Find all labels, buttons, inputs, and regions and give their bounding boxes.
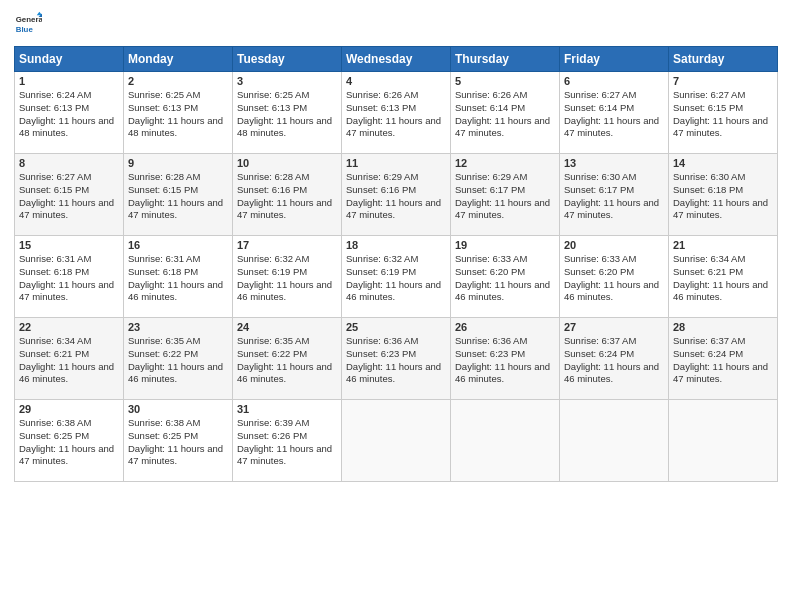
calendar-cell: 15 Sunrise: 6:31 AMSunset: 6:18 PMDaylig… bbox=[15, 236, 124, 318]
day-number: 17 bbox=[237, 239, 337, 251]
day-number: 5 bbox=[455, 75, 555, 87]
calendar-cell: 28 Sunrise: 6:37 AMSunset: 6:24 PMDaylig… bbox=[669, 318, 778, 400]
calendar-cell: 26 Sunrise: 6:36 AMSunset: 6:23 PMDaylig… bbox=[451, 318, 560, 400]
calendar-cell: 6 Sunrise: 6:27 AMSunset: 6:14 PMDayligh… bbox=[560, 72, 669, 154]
cell-info: Sunrise: 6:24 AMSunset: 6:13 PMDaylight:… bbox=[19, 89, 114, 138]
calendar-cell: 24 Sunrise: 6:35 AMSunset: 6:22 PMDaylig… bbox=[233, 318, 342, 400]
weekday-header-cell: Monday bbox=[124, 47, 233, 72]
calendar-cell: 17 Sunrise: 6:32 AMSunset: 6:19 PMDaylig… bbox=[233, 236, 342, 318]
calendar-cell: 20 Sunrise: 6:33 AMSunset: 6:20 PMDaylig… bbox=[560, 236, 669, 318]
cell-info: Sunrise: 6:26 AMSunset: 6:14 PMDaylight:… bbox=[455, 89, 550, 138]
cell-info: Sunrise: 6:36 AMSunset: 6:23 PMDaylight:… bbox=[455, 335, 550, 384]
weekday-header-cell: Sunday bbox=[15, 47, 124, 72]
cell-info: Sunrise: 6:36 AMSunset: 6:23 PMDaylight:… bbox=[346, 335, 441, 384]
cell-info: Sunrise: 6:33 AMSunset: 6:20 PMDaylight:… bbox=[564, 253, 659, 302]
day-number: 25 bbox=[346, 321, 446, 333]
calendar-cell: 19 Sunrise: 6:33 AMSunset: 6:20 PMDaylig… bbox=[451, 236, 560, 318]
calendar-cell: 7 Sunrise: 6:27 AMSunset: 6:15 PMDayligh… bbox=[669, 72, 778, 154]
cell-info: Sunrise: 6:30 AMSunset: 6:18 PMDaylight:… bbox=[673, 171, 768, 220]
calendar-cell: 29 Sunrise: 6:38 AMSunset: 6:25 PMDaylig… bbox=[15, 400, 124, 482]
calendar-body: 1 Sunrise: 6:24 AMSunset: 6:13 PMDayligh… bbox=[15, 72, 778, 482]
day-number: 15 bbox=[19, 239, 119, 251]
cell-info: Sunrise: 6:26 AMSunset: 6:13 PMDaylight:… bbox=[346, 89, 441, 138]
cell-info: Sunrise: 6:28 AMSunset: 6:16 PMDaylight:… bbox=[237, 171, 332, 220]
cell-info: Sunrise: 6:38 AMSunset: 6:25 PMDaylight:… bbox=[128, 417, 223, 466]
day-number: 14 bbox=[673, 157, 773, 169]
cell-info: Sunrise: 6:27 AMSunset: 6:15 PMDaylight:… bbox=[673, 89, 768, 138]
calendar-cell bbox=[560, 400, 669, 482]
cell-info: Sunrise: 6:31 AMSunset: 6:18 PMDaylight:… bbox=[19, 253, 114, 302]
calendar-cell: 13 Sunrise: 6:30 AMSunset: 6:17 PMDaylig… bbox=[560, 154, 669, 236]
day-number: 6 bbox=[564, 75, 664, 87]
weekday-header-cell: Friday bbox=[560, 47, 669, 72]
cell-info: Sunrise: 6:32 AMSunset: 6:19 PMDaylight:… bbox=[346, 253, 441, 302]
calendar-cell: 16 Sunrise: 6:31 AMSunset: 6:18 PMDaylig… bbox=[124, 236, 233, 318]
day-number: 23 bbox=[128, 321, 228, 333]
day-number: 19 bbox=[455, 239, 555, 251]
cell-info: Sunrise: 6:35 AMSunset: 6:22 PMDaylight:… bbox=[237, 335, 332, 384]
calendar-week-row: 8 Sunrise: 6:27 AMSunset: 6:15 PMDayligh… bbox=[15, 154, 778, 236]
cell-info: Sunrise: 6:27 AMSunset: 6:15 PMDaylight:… bbox=[19, 171, 114, 220]
cell-info: Sunrise: 6:34 AMSunset: 6:21 PMDaylight:… bbox=[673, 253, 768, 302]
day-number: 21 bbox=[673, 239, 773, 251]
day-number: 18 bbox=[346, 239, 446, 251]
weekday-header-cell: Tuesday bbox=[233, 47, 342, 72]
calendar-cell: 30 Sunrise: 6:38 AMSunset: 6:25 PMDaylig… bbox=[124, 400, 233, 482]
cell-info: Sunrise: 6:28 AMSunset: 6:15 PMDaylight:… bbox=[128, 171, 223, 220]
calendar-cell bbox=[669, 400, 778, 482]
calendar-cell: 21 Sunrise: 6:34 AMSunset: 6:21 PMDaylig… bbox=[669, 236, 778, 318]
cell-info: Sunrise: 6:27 AMSunset: 6:14 PMDaylight:… bbox=[564, 89, 659, 138]
day-number: 31 bbox=[237, 403, 337, 415]
calendar-cell: 11 Sunrise: 6:29 AMSunset: 6:16 PMDaylig… bbox=[342, 154, 451, 236]
cell-info: Sunrise: 6:37 AMSunset: 6:24 PMDaylight:… bbox=[673, 335, 768, 384]
day-number: 29 bbox=[19, 403, 119, 415]
weekday-header-row: SundayMondayTuesdayWednesdayThursdayFrid… bbox=[15, 47, 778, 72]
day-number: 27 bbox=[564, 321, 664, 333]
calendar-cell: 25 Sunrise: 6:36 AMSunset: 6:23 PMDaylig… bbox=[342, 318, 451, 400]
calendar-cell: 12 Sunrise: 6:29 AMSunset: 6:17 PMDaylig… bbox=[451, 154, 560, 236]
calendar-cell: 8 Sunrise: 6:27 AMSunset: 6:15 PMDayligh… bbox=[15, 154, 124, 236]
day-number: 1 bbox=[19, 75, 119, 87]
day-number: 22 bbox=[19, 321, 119, 333]
day-number: 8 bbox=[19, 157, 119, 169]
cell-info: Sunrise: 6:25 AMSunset: 6:13 PMDaylight:… bbox=[237, 89, 332, 138]
calendar-cell: 9 Sunrise: 6:28 AMSunset: 6:15 PMDayligh… bbox=[124, 154, 233, 236]
day-number: 2 bbox=[128, 75, 228, 87]
weekday-header-cell: Wednesday bbox=[342, 47, 451, 72]
cell-info: Sunrise: 6:32 AMSunset: 6:19 PMDaylight:… bbox=[237, 253, 332, 302]
cell-info: Sunrise: 6:31 AMSunset: 6:18 PMDaylight:… bbox=[128, 253, 223, 302]
calendar-cell: 5 Sunrise: 6:26 AMSunset: 6:14 PMDayligh… bbox=[451, 72, 560, 154]
calendar-cell: 31 Sunrise: 6:39 AMSunset: 6:26 PMDaylig… bbox=[233, 400, 342, 482]
calendar-cell: 27 Sunrise: 6:37 AMSunset: 6:24 PMDaylig… bbox=[560, 318, 669, 400]
cell-info: Sunrise: 6:30 AMSunset: 6:17 PMDaylight:… bbox=[564, 171, 659, 220]
day-number: 7 bbox=[673, 75, 773, 87]
calendar-week-row: 29 Sunrise: 6:38 AMSunset: 6:25 PMDaylig… bbox=[15, 400, 778, 482]
calendar-cell: 2 Sunrise: 6:25 AMSunset: 6:13 PMDayligh… bbox=[124, 72, 233, 154]
calendar-table: SundayMondayTuesdayWednesdayThursdayFrid… bbox=[14, 46, 778, 482]
weekday-header-cell: Saturday bbox=[669, 47, 778, 72]
cell-info: Sunrise: 6:38 AMSunset: 6:25 PMDaylight:… bbox=[19, 417, 114, 466]
cell-info: Sunrise: 6:37 AMSunset: 6:24 PMDaylight:… bbox=[564, 335, 659, 384]
logo: General Blue bbox=[14, 10, 42, 38]
day-number: 12 bbox=[455, 157, 555, 169]
cell-info: Sunrise: 6:29 AMSunset: 6:16 PMDaylight:… bbox=[346, 171, 441, 220]
day-number: 28 bbox=[673, 321, 773, 333]
day-number: 11 bbox=[346, 157, 446, 169]
calendar-cell: 14 Sunrise: 6:30 AMSunset: 6:18 PMDaylig… bbox=[669, 154, 778, 236]
weekday-header-cell: Thursday bbox=[451, 47, 560, 72]
cell-info: Sunrise: 6:25 AMSunset: 6:13 PMDaylight:… bbox=[128, 89, 223, 138]
calendar-cell: 18 Sunrise: 6:32 AMSunset: 6:19 PMDaylig… bbox=[342, 236, 451, 318]
day-number: 13 bbox=[564, 157, 664, 169]
svg-text:Blue: Blue bbox=[16, 25, 34, 34]
day-number: 30 bbox=[128, 403, 228, 415]
cell-info: Sunrise: 6:34 AMSunset: 6:21 PMDaylight:… bbox=[19, 335, 114, 384]
calendar-cell: 3 Sunrise: 6:25 AMSunset: 6:13 PMDayligh… bbox=[233, 72, 342, 154]
day-number: 16 bbox=[128, 239, 228, 251]
calendar-page: General Blue SundayMondayTuesdayWednesda… bbox=[0, 0, 792, 612]
day-number: 10 bbox=[237, 157, 337, 169]
calendar-week-row: 15 Sunrise: 6:31 AMSunset: 6:18 PMDaylig… bbox=[15, 236, 778, 318]
calendar-cell: 1 Sunrise: 6:24 AMSunset: 6:13 PMDayligh… bbox=[15, 72, 124, 154]
cell-info: Sunrise: 6:33 AMSunset: 6:20 PMDaylight:… bbox=[455, 253, 550, 302]
day-number: 20 bbox=[564, 239, 664, 251]
day-number: 26 bbox=[455, 321, 555, 333]
